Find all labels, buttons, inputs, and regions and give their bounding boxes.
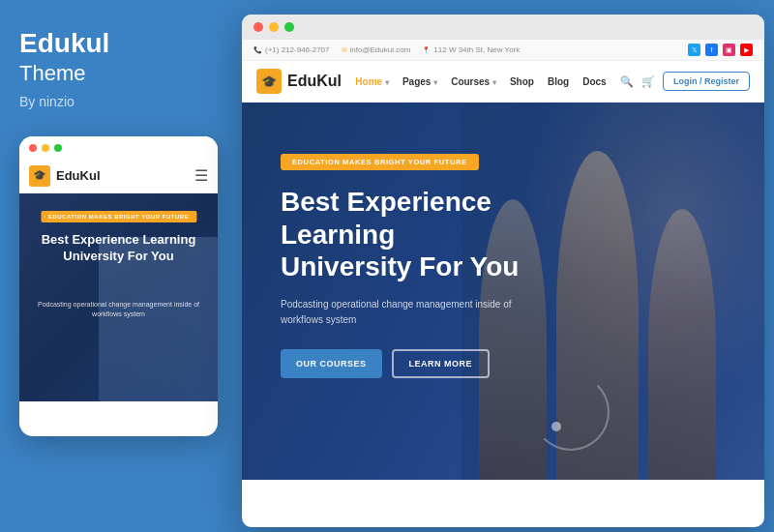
youtube-icon[interactable]: ▶ bbox=[740, 44, 753, 56]
cart-icon[interactable]: 🛒 bbox=[641, 75, 655, 88]
desktop-nav-actions: 🔍 🛒 Login / Register bbox=[620, 72, 750, 91]
pages-arrow-icon: ▾ bbox=[433, 78, 437, 87]
topbar-social: 𝕏 f ▣ ▶ bbox=[688, 44, 753, 56]
mobile-preview-card: 🎓 EduKul ☰ EDUCATION MAKES BRIGHT YOUR F… bbox=[19, 136, 218, 436]
desktop-logo: 🎓 EduKul bbox=[256, 69, 342, 94]
nav-link-docs[interactable]: Docs bbox=[582, 76, 606, 87]
phone-icon: 📞 bbox=[253, 46, 262, 54]
desktop-topbar: 📞 (+1) 212-946-2707 ✉ info@Edukul.com 📍 … bbox=[242, 40, 764, 61]
nav-link-blog[interactable]: Blog bbox=[548, 76, 569, 87]
hero-buttons: OUR COURSES LEARN MORE bbox=[281, 349, 568, 378]
mobile-dot-green bbox=[54, 144, 62, 152]
window-chrome bbox=[242, 15, 764, 40]
desktop-logo-icon: 🎓 bbox=[256, 69, 282, 94]
search-icon[interactable]: 🔍 bbox=[620, 75, 634, 88]
mobile-badge: EDUCATION MAKES BRIGHT YOUR FUTURE bbox=[41, 211, 196, 222]
hero-content: EDUCATION MAKES BRIGHT YOUR FUTURE Best … bbox=[281, 151, 568, 378]
twitter-icon[interactable]: 𝕏 bbox=[688, 44, 700, 56]
left-panel: Edukul Theme By ninzio 🎓 EduKul ☰ EDUCAT… bbox=[0, 0, 237, 532]
chrome-dot-green bbox=[284, 22, 294, 32]
theme-title: Edukul bbox=[19, 29, 218, 59]
hero-decorative-circle bbox=[551, 422, 561, 431]
instagram-icon[interactable]: ▣ bbox=[723, 44, 735, 56]
location-icon: 📍 bbox=[422, 46, 431, 54]
topbar-phone: 📞 (+1) 212-946-2707 bbox=[253, 45, 330, 54]
mobile-dot-red bbox=[29, 144, 37, 152]
student-figure-3 bbox=[648, 209, 716, 480]
chrome-dot-red bbox=[253, 22, 263, 32]
our-courses-button[interactable]: OUR COURSES bbox=[281, 349, 382, 378]
mobile-dot-yellow bbox=[42, 144, 49, 152]
desktop-nav-links: Home ▾ Pages ▾ Courses ▾ Shop Blog Docs bbox=[355, 76, 606, 87]
login-register-button[interactable]: Login / Register bbox=[663, 72, 750, 91]
hero-title: Best Experience Learning University For … bbox=[281, 186, 568, 283]
nav-link-pages[interactable]: Pages ▾ bbox=[402, 76, 437, 87]
desktop-navbar: 🎓 EduKul Home ▾ Pages ▾ Courses ▾ Shop B… bbox=[242, 61, 764, 103]
topbar-address: 📍 112 W 34th St, New York bbox=[422, 45, 520, 54]
nav-link-shop[interactable]: Shop bbox=[510, 76, 534, 87]
email-icon: ✉ bbox=[342, 46, 347, 54]
desktop-logo-text: EduKul bbox=[287, 73, 342, 90]
theme-subtitle: Theme bbox=[19, 61, 218, 86]
facebook-icon[interactable]: f bbox=[705, 44, 718, 56]
topbar-contacts: 📞 (+1) 212-946-2707 ✉ info@Edukul.com 📍 … bbox=[253, 45, 520, 54]
courses-arrow-icon: ▾ bbox=[492, 78, 496, 87]
mobile-hero-title: Best Experience Learning University For … bbox=[29, 232, 208, 265]
nav-link-courses[interactable]: Courses ▾ bbox=[451, 76, 496, 87]
topbar-email: ✉ info@Edukul.com bbox=[342, 45, 411, 54]
mobile-hero: EDUCATION MAKES BRIGHT YOUR FUTURE Best … bbox=[19, 193, 218, 401]
desktop-preview-panel: 📞 (+1) 212-946-2707 ✉ info@Edukul.com 📍 … bbox=[242, 15, 764, 527]
mobile-topbar bbox=[19, 136, 218, 160]
mobile-logo-icon: 🎓 bbox=[29, 165, 50, 187]
theme-by: By ninzio bbox=[19, 94, 218, 109]
hero-badge: EDUCATION MAKES BRIGHT YOUR FUTURE bbox=[281, 154, 479, 170]
mobile-logo: 🎓 EduKul bbox=[29, 165, 101, 187]
learn-more-button[interactable]: LEARN MORE bbox=[392, 349, 491, 378]
mobile-logo-text: EduKul bbox=[56, 168, 101, 183]
hero-description: Podcasting operational change management… bbox=[281, 297, 551, 328]
desktop-hero: EDUCATION MAKES BRIGHT YOUR FUTURE Best … bbox=[242, 103, 764, 480]
chrome-dot-yellow bbox=[269, 22, 279, 32]
mobile-hamburger-icon[interactable]: ☰ bbox=[194, 166, 208, 185]
home-arrow-icon: ▾ bbox=[385, 78, 389, 87]
mobile-navbar: 🎓 EduKul ☰ bbox=[19, 160, 218, 193]
hero-decorative-curve bbox=[532, 373, 610, 451]
mobile-hero-desc: Podcasting operational change management… bbox=[29, 300, 208, 319]
nav-link-home[interactable]: Home ▾ bbox=[355, 76, 389, 87]
